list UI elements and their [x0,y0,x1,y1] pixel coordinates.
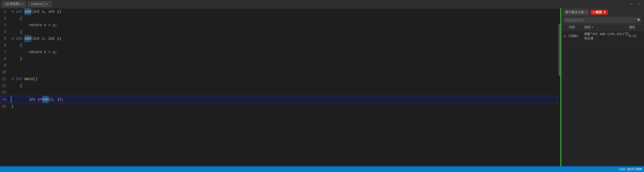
line-number: 4 [0,28,10,35]
code-token: int y= [12,96,42,103]
code-token: int [16,35,25,42]
line-number: 6 [0,42,10,49]
toolbar-right: ← → [628,1,642,7]
line-number: 5 [0,35,10,42]
code-line[interactable]: 12 { [0,82,558,89]
scope-chevron-icon: ▾ [21,2,23,6]
code-token: return x + y; [11,22,57,28]
code-editor: 1⊟ int add(int x, int y)2 {3 return x + … [0,8,561,166]
scope-dropdown[interactable]: (全局范围) ▾ [2,1,26,7]
error-search-bar: 🔍 [561,17,644,24]
line-number: 1 [0,8,10,15]
line-number: 10 [0,69,10,76]
line-number: 2 [0,15,10,22]
code-line[interactable]: 3 return x + y; [0,22,558,28]
solution-dropdown[interactable]: 整个解决方案 ▾ [564,9,589,15]
error-description: 函数"int add (int,int)"已有主体 [584,32,629,41]
error-project: 4.17 [629,34,642,38]
error-search-input[interactable] [564,18,636,23]
code-line[interactable]: 11⊟ int main() [0,76,558,82]
code-token: int [16,8,25,15]
code-line[interactable]: 6 { [0,42,558,49]
line-number: 9 [0,62,10,69]
line-number: 8 [0,55,10,62]
error-table-header: 代码 说明 ▾ 项目 [561,24,644,31]
editor-scrollbar[interactable] [558,8,561,166]
line-number: 3 [0,22,10,28]
col-project-header: 项目 [629,25,642,30]
main-area: 1⊟ int add(int x, int y)2 {3 return x + … [0,8,644,166]
error-badge: ✕ 错误 1 [591,10,608,15]
line-number: 11 [0,76,10,82]
code-line[interactable]: 2 { [0,15,558,22]
code-token: } [11,103,13,110]
func-icon: ⊟ [31,2,33,6]
error-code: C2084 [569,34,584,38]
code-token: { [11,42,22,49]
solution-chevron-icon: ▾ [585,10,587,14]
error-badge-x-icon: ✕ [593,10,595,14]
line-number: 15 [0,103,10,110]
code-line[interactable]: 4 } [0,28,558,35]
scrollbar-green-indicator [560,8,561,166]
code-token: (int x, int y) [31,35,62,42]
scrollbar-thumb[interactable] [559,24,560,76]
col-desc-header: 说明 ▾ [584,25,629,30]
code-token: } [11,55,22,62]
code-line[interactable]: 9 [0,62,558,69]
error-badge-label: 错误 1 [596,10,605,15]
code-token: add [24,35,31,42]
code-token: add [24,8,31,15]
code-token: return x + y; [11,49,57,55]
error-row[interactable]: ⊗ C2084 函数"int add (int,int)"已有主体 4.17 [561,31,644,42]
code-line[interactable]: 7 return x + y; [0,49,558,55]
code-token: ⊟ [11,76,16,82]
code-line[interactable]: 13 [0,89,558,96]
code-token: add [42,96,49,103]
code-line[interactable]: 15} [0,103,558,110]
code-token: } [11,28,22,35]
nav-next-button[interactable]: → [636,1,642,7]
code-token: () [33,76,38,82]
code-line[interactable]: 1⊟ int add(int x, int y) [0,8,558,15]
code-line[interactable]: 5⊟ int add(int x, int y) [0,35,558,42]
right-panel-header: 整个解决方案 ▾ ✕ 错误 1 [561,8,644,17]
code-token: { [11,82,22,89]
toolbar-left: (全局范围) ▾ ⊟ main() ▾ [2,1,626,7]
nav-prev-button[interactable]: ← [628,1,635,7]
top-toolbar: (全局范围) ▾ ⊟ main() ▾ ← → [0,0,644,8]
code-line[interactable]: 10 [0,69,558,76]
func-chevron-icon: ▾ [46,2,48,6]
scope-label: (全局范围) [4,2,20,6]
code-token: (int x, int y) [31,8,62,15]
line-number: 14 [0,96,11,103]
code-content: 1⊟ int add(int x, int y)2 {3 return x + … [0,8,561,166]
col-code-header: 代码 [569,25,584,30]
code-token: ⊟ [11,35,16,42]
code-token: int [16,76,25,82]
func-label: main() [34,2,45,6]
col-icon-header [564,25,569,30]
right-panel: 整个解决方案 ▾ ✕ 错误 1 🔍 代码 说明 ▾ 项目 [561,8,644,166]
code-line[interactable]: 8 } [0,55,558,62]
status-bar: CSDN @想学c啊啊 [0,166,644,172]
code-line[interactable]: 14 int y=add(1, 2); [0,96,558,103]
line-number: 12 [0,82,10,89]
status-text: CSDN @想学c啊啊 [619,167,642,171]
error-type-icon: ⊗ [564,34,569,39]
code-lines[interactable]: 1⊟ int add(int x, int y)2 {3 return x + … [0,8,558,166]
func-dropdown[interactable]: ⊟ main() ▾ [28,1,52,7]
search-button[interactable]: 🔍 [636,18,642,23]
code-token: ⊟ [11,8,16,15]
code-token: main [24,76,33,82]
line-number: 7 [0,49,10,55]
code-token: (1, 2); [49,96,64,103]
desc-sort-icon[interactable]: ▾ [591,25,593,29]
solution-label: 整个解决方案 [565,10,584,15]
code-token: { [11,15,22,22]
line-number: 13 [0,89,10,96]
